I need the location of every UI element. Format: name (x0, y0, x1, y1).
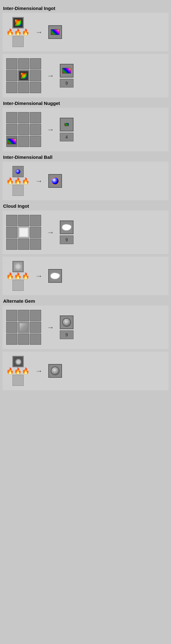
grid-cell-4-5 (18, 227, 29, 238)
furnace-left-1: 🔥🔥🔥 (6, 17, 30, 47)
grid-cell-5-8 (18, 334, 29, 345)
grid-cell-5-5 (18, 322, 29, 333)
section-inter-dimensional-ball: Inter-Dimensional Ball 🔥🔥🔥 → (2, 154, 169, 200)
grid-cell-5-6 (30, 322, 41, 333)
grid-cell-2-5 (18, 124, 29, 135)
grid-cell-2-2 (18, 112, 29, 123)
section-alternate-gem: Alternate Gem → 9 (2, 298, 169, 390)
craft-container-5: → 9 (6, 310, 74, 345)
arrow-icon-6: → (47, 228, 54, 237)
grid-cell-4-6 (30, 227, 41, 238)
craft-container-1: → 9 (6, 58, 74, 93)
grid-cell-1-8 (18, 82, 29, 93)
item-interdim-nugget-icon (64, 123, 69, 126)
grid-cell-2-4 (6, 124, 17, 135)
grid-cell-1-4 (6, 70, 17, 81)
item-interdim-ball-icon (51, 177, 59, 185)
item-interdim-ingot-icon-2 (62, 68, 71, 73)
furnace-left-4: 🔥🔥🔥 (6, 261, 30, 291)
recipe-card-crafting-1: → 9 (2, 54, 169, 97)
grid-cell-1-6 (30, 70, 41, 81)
grid-cell-1-9 (30, 82, 41, 93)
result-slot-8 (60, 315, 74, 329)
recipe-card-crafting-2: → 4 (2, 108, 169, 151)
section-title-2: Inter-Dimensional Nugget (3, 101, 169, 106)
arrow-icon-5: → (35, 177, 43, 185)
item-cloud-ingot-icon-2 (50, 273, 60, 279)
furnace-blank-slot-3 (12, 185, 24, 196)
grid-cell-5-7 (6, 334, 17, 345)
grid-cell-4-1 (6, 215, 17, 226)
result-area-7 (48, 269, 62, 283)
item-cloud-dust-icon (14, 262, 22, 271)
furnace-blank-slot-1 (12, 36, 24, 47)
arrow-icon-7: → (35, 272, 43, 280)
item-alt-gem-icon (62, 318, 71, 327)
grid-cell-1-2 (18, 58, 29, 69)
arrow-icon-3: → (47, 125, 54, 134)
count-box-5: 9 (60, 330, 74, 339)
recipe-card-crafting-5: → 9 (2, 305, 169, 349)
recipe-card-furnace-3: 🔥🔥🔥 → (2, 162, 169, 200)
furnace-input-slot-1 (12, 17, 24, 28)
section-title-5: Alternate Gem (3, 298, 169, 304)
furnace-blank-slot-4 (12, 280, 24, 291)
result-slot-9 (48, 364, 62, 378)
grid-cell-2-8 (18, 136, 29, 147)
grid-cell-2-7 (6, 136, 17, 147)
grid-cell-4-3 (30, 215, 41, 226)
result-area-9 (48, 364, 62, 378)
section-title-4: Cloud Ingot (3, 203, 169, 209)
furnace-blank-slot-5 (12, 375, 24, 386)
grid-cell-5-3 (30, 310, 41, 321)
result-area-3: 4 (60, 118, 74, 141)
item-alt-gem-icon-2 (51, 367, 59, 375)
arrow-icon-8: → (47, 323, 54, 332)
result-slot-5 (48, 174, 62, 188)
grid-cell-2-6 (30, 124, 41, 135)
section-title-3: Inter-Dimensional Ball (3, 154, 169, 160)
grid-cell-5-9 (30, 334, 41, 345)
grid-cell-4-4 (6, 227, 17, 238)
cloud-block-in-grid (19, 228, 28, 237)
flames-icon-1: 🔥🔥🔥 (6, 29, 30, 35)
section-cloud-ingot: Cloud Ingot → 9 (2, 203, 169, 295)
grid-cell-2-1 (6, 112, 17, 123)
flames-icon-3: 🔥🔥🔥 (6, 178, 30, 184)
grid-cell-4-2 (18, 215, 29, 226)
flames-icon-5: 🔥🔥🔥 (6, 368, 30, 374)
recipe-card-furnace-4: 🔥🔥🔥 → (2, 257, 169, 295)
furnace-left-5: 🔥🔥🔥 (6, 356, 30, 386)
arrow-icon-9: → (35, 367, 43, 375)
recipe-card-furnace-5: 🔥🔥🔥 → (2, 352, 169, 390)
furnace-input-slot-5 (12, 356, 24, 367)
grid-cell-2-3 (30, 112, 41, 123)
grid-cell-4-9 (30, 239, 41, 250)
section-inter-dimensional-ingot: Inter-Dimensional Ingot 🔥🔥🔥 → (2, 6, 169, 97)
grid-cell-4-7 (6, 239, 17, 250)
result-slot-2 (60, 64, 74, 78)
recipe-card-furnace-1: 🔥🔥🔥 → (2, 13, 169, 51)
result-area-1 (48, 25, 62, 39)
alt-gem-block-in-grid (19, 323, 28, 332)
arrow-icon-1: → (35, 28, 43, 36)
craft-grid-5 (6, 310, 41, 345)
recipe-card-crafting-4: → 9 (2, 211, 169, 254)
result-area-8: 9 (60, 315, 74, 339)
result-slot-3 (60, 118, 74, 131)
count-box-1: 9 (60, 79, 74, 88)
ore-in-grid (19, 71, 28, 80)
grid-cell-2-9 (30, 136, 41, 147)
result-slot-1 (48, 25, 62, 39)
count-box-2: 4 (60, 133, 74, 141)
item-interdim-ore-icon (13, 18, 23, 27)
craft-grid-4 (6, 215, 41, 250)
item-cloud-ingot-icon (62, 224, 71, 230)
result-area-5 (48, 174, 62, 188)
grid-cell-5-2 (18, 310, 29, 321)
item-alt-gem-ore-icon (13, 357, 23, 366)
count-box-4: 9 (60, 235, 74, 244)
craft-grid-1 (6, 58, 41, 93)
flames-icon-4: 🔥🔥🔥 (6, 273, 30, 279)
result-area-2: 9 (60, 64, 74, 88)
